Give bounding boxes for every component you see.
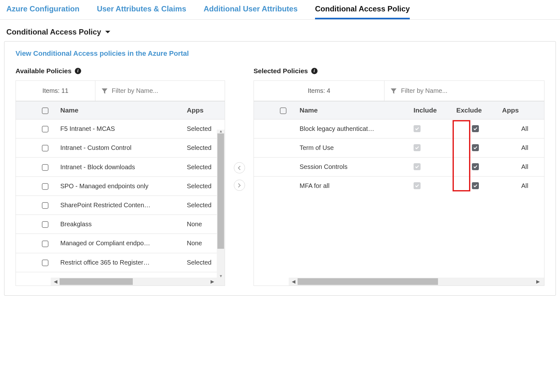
horizontal-scrollbar[interactable]: ◄ ►: [51, 278, 225, 286]
table-row: Intranet - Custom ControlSelected: [16, 138, 225, 157]
row-checkbox[interactable]: [42, 221, 48, 228]
check-icon[interactable]: [414, 163, 421, 170]
row-name: Restrict office 365 to Register…: [56, 253, 183, 272]
table-row: SharePoint Restricted Conten…Selected: [16, 196, 225, 215]
selected-policies-panel: Selected Policies i Items: 4: [254, 67, 544, 286]
selected-filter-input[interactable]: [401, 87, 538, 94]
move-left-button[interactable]: [234, 162, 245, 173]
horizontal-scrollbar[interactable]: ◄ ►: [289, 278, 544, 286]
row-checkbox[interactable]: [42, 183, 48, 190]
tab-bar: Azure Configuration User Attributes & Cl…: [0, 0, 560, 20]
row-checkbox[interactable]: [42, 145, 48, 151]
row-apps: All: [498, 157, 544, 177]
selected-header-apps: Apps: [498, 101, 544, 119]
row-checkbox[interactable]: [42, 126, 48, 132]
table-row: MFA for all All: [254, 177, 544, 196]
table-row: Term of Use All: [254, 138, 544, 157]
row-name: SharePoint Restricted Conten…: [56, 196, 183, 215]
include-cell: [410, 119, 453, 138]
row-name: Breakglass: [56, 215, 183, 234]
row-name: F5 Intranet - MCAS: [56, 119, 183, 138]
exclude-cell: [453, 138, 499, 157]
available-header-name: Name: [56, 101, 183, 119]
section-title: Conditional Access Policy: [6, 28, 101, 36]
vertical-scrollbar[interactable]: ▲ ▼: [217, 130, 225, 278]
table-row: Managed or Compliant endpo…None: [16, 234, 225, 253]
row-checkbox[interactable]: [42, 202, 48, 209]
policy-panel-container: View Conditional Access policies in the …: [4, 41, 556, 296]
available-policies-title: Available Policies: [16, 67, 72, 75]
row-name: Block all: [56, 272, 183, 278]
info-icon[interactable]: i: [75, 68, 81, 74]
caret-down-icon[interactable]: [105, 30, 111, 34]
move-right-button[interactable]: [234, 180, 245, 191]
check-icon[interactable]: [414, 144, 421, 151]
exclude-cell: [453, 177, 499, 196]
check-icon[interactable]: [414, 182, 421, 189]
row-checkbox[interactable]: [42, 241, 48, 247]
row-name: Term of Use: [296, 138, 409, 157]
available-select-all-checkbox[interactable]: [42, 107, 48, 114]
check-icon[interactable]: [414, 125, 421, 132]
table-row: Restrict office 365 to Register…Selected: [16, 253, 225, 272]
row-name: Managed or Compliant endpo…: [56, 234, 183, 253]
row-checkbox[interactable]: [42, 164, 48, 171]
row-apps: All: [498, 177, 544, 196]
row-name: Intranet - Custom Control: [56, 138, 183, 157]
check-icon[interactable]: [472, 125, 479, 132]
table-row: Session Controls All: [254, 157, 544, 177]
selected-select-all-checkbox[interactable]: [280, 107, 286, 114]
table-row: F5 Intranet - MCASSelected: [16, 119, 225, 138]
selected-policies-title: Selected Policies: [254, 67, 308, 75]
row-name: Intranet - Block downloads: [56, 157, 183, 177]
filter-icon: [390, 87, 397, 94]
check-icon[interactable]: [472, 182, 479, 189]
azure-portal-link[interactable]: View Conditional Access policies in the …: [16, 49, 189, 57]
available-filter-input[interactable]: [112, 87, 219, 94]
row-apps: All: [498, 119, 544, 138]
selected-header-exclude: Exclude: [453, 101, 499, 119]
table-row: BreakglassNone: [16, 215, 225, 234]
tab-user-attributes-claims[interactable]: User Attributes & Claims: [97, 0, 186, 19]
table-row: SPO - Managed endpoints onlySelected: [16, 177, 225, 196]
table-row: Block legacy authenticat… All: [254, 119, 544, 138]
tab-additional-user-attributes[interactable]: Additional User Attributes: [204, 0, 298, 19]
include-cell: [410, 138, 453, 157]
row-name: Block legacy authenticat…: [296, 119, 409, 138]
available-header-apps: Apps: [183, 101, 225, 119]
exclude-cell: [453, 119, 499, 138]
tab-azure-configuration[interactable]: Azure Configuration: [6, 0, 80, 19]
tab-conditional-access-policy[interactable]: Conditional Access Policy: [315, 0, 410, 19]
table-row: Block allSelected: [16, 272, 225, 278]
transfer-buttons: [225, 67, 254, 286]
exclude-cell: [453, 157, 499, 177]
info-icon[interactable]: i: [311, 68, 318, 74]
check-icon[interactable]: [472, 144, 479, 151]
section-header[interactable]: Conditional Access Policy: [0, 20, 560, 41]
include-cell: [410, 177, 453, 196]
table-row: Intranet - Block downloadsSelected: [16, 157, 225, 177]
include-cell: [410, 157, 453, 177]
row-name: MFA for all: [296, 177, 409, 196]
selected-items-count: Items: 4: [254, 81, 384, 101]
filter-icon: [101, 87, 108, 94]
row-name: SPO - Managed endpoints only: [56, 177, 183, 196]
selected-header-include: Include: [410, 101, 453, 119]
selected-header-name: Name: [296, 101, 409, 119]
row-name: Session Controls: [296, 157, 409, 177]
check-icon[interactable]: [472, 163, 479, 170]
row-apps: All: [498, 138, 544, 157]
available-policies-panel: Available Policies i Items: 11: [16, 67, 225, 286]
row-checkbox[interactable]: [42, 260, 48, 266]
available-items-count: Items: 11: [16, 81, 95, 101]
